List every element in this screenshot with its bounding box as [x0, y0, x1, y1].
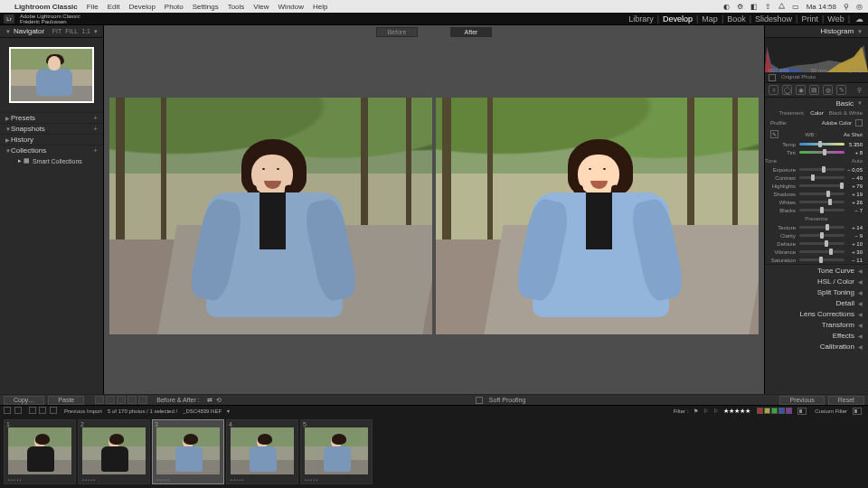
- thumb-rating[interactable]: • • • • •: [301, 476, 372, 483]
- main-display-icon[interactable]: [4, 407, 11, 414]
- saturation-slider[interactable]: Saturation− 11: [765, 256, 868, 264]
- crop-tool-icon[interactable]: ⌗: [769, 85, 778, 95]
- after-preview[interactable]: [436, 98, 759, 334]
- menu-edit[interactable]: Edit: [108, 3, 120, 11]
- redeye-tool-icon[interactable]: ◉: [796, 85, 806, 95]
- nav-mode-1to1[interactable]: 1:1: [81, 28, 90, 35]
- filmstrip-thumb[interactable]: 3• • • • •: [152, 419, 224, 484]
- menubar-battery-icon[interactable]: ▭: [792, 3, 799, 11]
- grad-tool-icon[interactable]: ▤: [809, 85, 819, 95]
- exposure-slider[interactable]: Exposure− 0,05: [765, 165, 868, 174]
- cloud-sync-icon[interactable]: ☁: [854, 14, 864, 23]
- filter-switch[interactable]: [797, 408, 807, 415]
- whites-slider[interactable]: Whites+ 26: [765, 198, 868, 206]
- menubar-clock[interactable]: Ma 14:58: [807, 3, 836, 11]
- custom-filter[interactable]: Custom Filter: [815, 408, 847, 414]
- wb-value[interactable]: As Shot: [844, 132, 863, 137]
- panel-snapshots[interactable]: ▼Snapshots+: [0, 123, 103, 134]
- loupe-icon[interactable]: ⚲: [854, 85, 864, 95]
- panel-calibration[interactable]: Calibration◀: [765, 341, 868, 352]
- menubar-extra-icon[interactable]: ◧: [750, 3, 758, 11]
- module-develop[interactable]: Develop: [663, 14, 693, 23]
- flag-rejected-icon[interactable]: ⚐: [713, 408, 718, 414]
- texture-slider[interactable]: Texture+ 14: [765, 223, 868, 231]
- menubar-extra-icon[interactable]: ⇪: [765, 3, 771, 11]
- ba-split-icon[interactable]: [138, 396, 147, 404]
- panel-split-toning[interactable]: Split Toning◀: [765, 286, 868, 297]
- reset-button[interactable]: Reset: [828, 396, 864, 405]
- tint-slider[interactable]: Tint+ 8: [765, 148, 868, 156]
- profile-browser-icon[interactable]: [855, 119, 863, 127]
- menubar-search-icon[interactable]: ⚲: [844, 3, 849, 11]
- loupe-view-icon[interactable]: [95, 396, 104, 404]
- second-display-icon[interactable]: [14, 407, 22, 414]
- panel-hsl[interactable]: HSL / Color◀: [765, 276, 868, 286]
- star-filter[interactable]: ★★★★★: [723, 408, 750, 415]
- compare-view-icon[interactable]: [106, 396, 115, 404]
- thumb-rating[interactable]: • • • • •: [227, 476, 297, 483]
- smart-collections[interactable]: ▸ ▦Smart Collections: [0, 155, 103, 166]
- treatment-color[interactable]: Color: [810, 110, 823, 116]
- color-filter[interactable]: [756, 408, 792, 415]
- dehaze-slider[interactable]: Dehaze+ 10: [765, 239, 868, 248]
- menu-help[interactable]: Help: [313, 3, 327, 11]
- menu-file[interactable]: File: [87, 3, 99, 11]
- menu-tools[interactable]: Tools: [228, 3, 245, 11]
- filmstrip-thumb[interactable]: 1• • • • •: [4, 419, 76, 484]
- navigator-thumbnail[interactable]: [9, 47, 94, 103]
- copy-button[interactable]: Copy…: [4, 396, 44, 405]
- swap-icon[interactable]: ⇄: [207, 397, 212, 404]
- module-print[interactable]: Print: [801, 14, 818, 23]
- ba-horiz-icon[interactable]: [117, 396, 126, 404]
- navigator-header[interactable]: ▼ Navigator FIT FILL 1:1 ▾: [0, 25, 103, 38]
- menubar-wifi-icon[interactable]: ⧋: [778, 2, 785, 11]
- paste-button[interactable]: Paste: [48, 396, 84, 405]
- nav-zoom-menu[interactable]: ▾: [94, 28, 98, 35]
- shadows-slider[interactable]: Shadows+ 19: [765, 190, 868, 198]
- filmstrip-thumb[interactable]: 2• • • • •: [78, 419, 150, 484]
- panel-tone-curve[interactable]: Tone Curve◀: [765, 265, 868, 276]
- back-icon[interactable]: [39, 407, 46, 414]
- flag-picked-icon[interactable]: ⚑: [693, 408, 698, 414]
- panel-presets[interactable]: ▶Presets+: [0, 112, 103, 123]
- histogram[interactable]: ISO 640 50 mm ƒ / 2,0 Original Photo: [765, 38, 868, 83]
- nav-mode-fill[interactable]: FILL: [65, 28, 78, 35]
- panel-collections[interactable]: ▼Collections+: [0, 145, 103, 155]
- temp-slider[interactable]: Temp5.350: [765, 140, 868, 148]
- panel-lens-corr[interactable]: Lens Corrections◀: [765, 308, 868, 319]
- module-map[interactable]: Map: [702, 14, 718, 23]
- breadcrumb-menu[interactable]: ▾: [227, 408, 230, 414]
- thumb-rating[interactable]: • • • • •: [153, 476, 223, 483]
- menu-view[interactable]: View: [253, 3, 269, 11]
- vibrance-slider[interactable]: Vibrance+ 30: [765, 248, 868, 256]
- panel-effects[interactable]: Effects◀: [765, 330, 868, 341]
- histogram-header[interactable]: Histogram ▼: [765, 25, 868, 38]
- panel-history[interactable]: ▶History: [0, 134, 103, 145]
- module-web[interactable]: Web: [827, 14, 844, 23]
- brush-tool-icon[interactable]: ✎: [836, 85, 846, 95]
- spot-tool-icon[interactable]: ◯: [782, 85, 792, 95]
- filmstrip-thumb[interactable]: 4• • • • •: [226, 419, 298, 484]
- module-book[interactable]: Book: [727, 14, 746, 23]
- menu-window[interactable]: Window: [278, 3, 304, 11]
- thumb-rating[interactable]: • • • • •: [5, 476, 75, 483]
- auto-tone-button[interactable]: Auto: [852, 158, 868, 164]
- contrast-slider[interactable]: Contrast− 49: [765, 174, 868, 182]
- module-library[interactable]: Library: [628, 14, 654, 23]
- panel-transform[interactable]: Transform◀: [765, 319, 868, 330]
- soft-proof-checkbox[interactable]: [476, 397, 483, 404]
- forward-icon[interactable]: [50, 407, 57, 414]
- blacks-slider[interactable]: Blacks− 7: [765, 206, 868, 214]
- filmstrip[interactable]: 1• • • • •2• • • • •3• • • • •4• • • • •…: [0, 416, 868, 488]
- before-preview[interactable]: [109, 98, 432, 334]
- menu-develop[interactable]: Develop: [128, 3, 155, 11]
- breadcrumb-source[interactable]: Previous Import: [64, 408, 102, 414]
- menu-photo[interactable]: Photo: [165, 3, 184, 11]
- grid-icon[interactable]: [29, 407, 36, 414]
- clarity-slider[interactable]: Clarity− 9: [765, 231, 868, 239]
- app-name[interactable]: Lightroom Classic: [14, 3, 78, 11]
- treatment-bw[interactable]: Black & White: [829, 110, 863, 116]
- ba-vert-icon[interactable]: [127, 396, 137, 404]
- flag-unflagged-icon[interactable]: ⚐: [703, 408, 708, 414]
- after-tab[interactable]: After: [450, 27, 492, 37]
